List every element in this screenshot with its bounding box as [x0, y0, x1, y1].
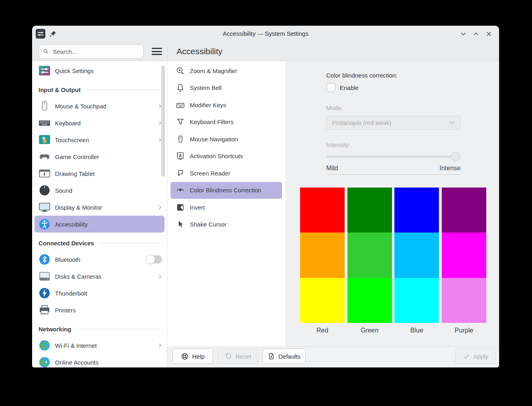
menu-icon[interactable]: [152, 48, 162, 55]
color-swatch: [300, 188, 345, 233]
sidebar-scrollbar[interactable]: [161, 65, 165, 177]
minimize-button[interactable]: [460, 31, 467, 37]
page-title: Accessibility: [177, 42, 222, 61]
titlebar: Accessibility — System Settings: [32, 26, 499, 42]
sidebar-item-display-monitor[interactable]: Display & Monitor: [32, 199, 167, 216]
sidebar-item-accessibility[interactable]: Accessibility: [35, 216, 164, 233]
toolbar-separator: [167, 44, 168, 59]
sidebar-item-sound[interactable]: Sound: [32, 182, 167, 199]
drawing-tablet-icon: [39, 167, 51, 180]
sidebar-item-quick-settings[interactable]: Quick Settings: [32, 62, 167, 79]
settings-panel: Color blindness correction: Enable Mode:…: [286, 61, 499, 347]
help-icon: [181, 353, 189, 360]
thunderbolt-icon: [39, 287, 51, 299]
defaults-button[interactable]: Defaults: [262, 349, 306, 364]
bell-icon: [175, 83, 185, 93]
swatch-column-green: Green: [347, 188, 392, 334]
list-item-zoom-magnifier[interactable]: Zoom & Magnifier: [167, 62, 285, 80]
color-swatch: [442, 188, 486, 233]
help-button[interactable]: Help: [173, 349, 213, 364]
display-icon: [39, 201, 51, 213]
printer-icon: [39, 304, 51, 316]
slider-track: [326, 155, 461, 158]
quick-settings-icon: [39, 65, 51, 77]
list-item-invert[interactable]: Invert: [167, 199, 285, 216]
intensity-label: Intensity:: [326, 141, 350, 148]
mode-dropdown[interactable]: Protanopia (red weak): [326, 116, 461, 130]
shortcut-icon: A: [175, 151, 185, 161]
sidebar-item-printers[interactable]: Printers: [32, 302, 167, 318]
color-swatch: [394, 188, 439, 233]
slider-max-label: Intense: [440, 165, 461, 172]
mode-value: Protanopia (red weak): [332, 119, 449, 126]
list-item-activation-shortcuts[interactable]: A Activation Shortcuts: [167, 148, 285, 165]
swatch-column-purple: Purple: [442, 188, 486, 334]
search-box[interactable]: [39, 44, 144, 59]
list-item-modifier-keys[interactable]: Modifier Keys: [167, 96, 285, 114]
sidebar-item-touchscreen[interactable]: Touchscreen: [32, 131, 167, 148]
sidebar-item-drawing-tablet[interactable]: Drawing Tablet: [32, 165, 167, 182]
touchscreen-icon: [39, 134, 51, 146]
header-band: Accessibility — System Settings Accessib…: [32, 26, 499, 61]
close-button[interactable]: [485, 31, 492, 37]
color-swatch: [442, 278, 486, 323]
section-header-networking: Networking: [32, 322, 167, 335]
list-item-screen-reader[interactable]: Screen Reader: [167, 165, 285, 182]
color-swatch: [394, 233, 439, 277]
sidebar-item-keyboard[interactable]: Keyboard: [32, 114, 167, 131]
chevron-right-icon: [158, 343, 162, 349]
disk-drive-icon: [39, 270, 51, 282]
slider-handle[interactable]: [451, 152, 461, 161]
list-item-shake-cursor[interactable]: Shake Cursor: [167, 216, 285, 233]
footer-bar: Help Reset Defaults Apply: [167, 347, 499, 367]
mouse-icon: [175, 134, 185, 144]
sidebar: Quick Settings Input & Output Mouse & To…: [32, 61, 167, 367]
swatch-label: Red: [300, 327, 345, 334]
sidebar-item-disks-cameras[interactable]: Disks & Cameras: [32, 268, 167, 285]
list-item-keyboard-filters[interactable]: Keyboard Filters: [167, 114, 285, 131]
check-icon: [463, 353, 470, 360]
color-swatch: [347, 278, 392, 323]
globe-icon: [39, 339, 51, 351]
mode-label: Mode:: [326, 104, 343, 111]
window-title: Accessibility — System Settings: [32, 26, 499, 42]
sidebar-item-mouse-touchpad[interactable]: Mouse & Touchpad: [32, 98, 167, 114]
enable-checkbox[interactable]: [327, 83, 335, 92]
svg-text:A: A: [179, 154, 181, 158]
swatch-label: Purple: [442, 327, 486, 334]
maximize-button[interactable]: [473, 31, 479, 37]
list-item-mouse-navigation[interactable]: Mouse Navigation: [167, 131, 285, 148]
chevron-right-icon: [158, 273, 162, 280]
reset-button[interactable]: Reset: [217, 349, 258, 364]
keyboard-icon: [39, 117, 51, 129]
swatch-label: Green: [347, 327, 392, 334]
bluetooth-icon: [39, 253, 51, 265]
game-controller-icon: [39, 151, 51, 163]
eye-icon: [175, 186, 185, 195]
section-header-input-output: Input & Output: [32, 83, 167, 96]
sidebar-item-wifi-internet[interactable]: Wi-Fi & Internet: [32, 337, 167, 354]
intensity-slider[interactable]: [326, 151, 461, 163]
funnel-icon: [175, 117, 185, 127]
list-item-color-blindness-correction[interactable]: Color Blindness Correction: [171, 182, 282, 199]
mouse-icon: [39, 100, 51, 112]
color-swatch: [442, 233, 486, 277]
sidebar-item-thunderbolt[interactable]: Thunderbolt: [32, 285, 167, 302]
sidebar-item-game-controller[interactable]: Game Controller: [32, 148, 167, 165]
color-swatch: [394, 278, 439, 323]
screen-reader-icon: [175, 168, 185, 178]
swatch-column-blue: Blue: [394, 188, 439, 334]
enable-row[interactable]: Enable: [327, 83, 359, 92]
chevron-down-icon: [449, 121, 455, 124]
sidebar-item-online-accounts[interactable]: Online Accounts: [32, 354, 167, 367]
color-swatch: [347, 233, 392, 277]
search-input[interactable]: [52, 48, 139, 55]
divider: [326, 174, 461, 175]
apply-button[interactable]: Apply: [455, 349, 496, 364]
bluetooth-toggle[interactable]: [147, 255, 162, 263]
subpage-list: Zoom & Magnifier System Bell Modifier Ke…: [167, 61, 286, 347]
color-swatch: [347, 188, 392, 233]
list-item-system-bell[interactable]: System Bell: [167, 80, 285, 97]
sidebar-item-bluetooth[interactable]: Bluetooth: [32, 251, 167, 268]
reset-icon: [225, 353, 232, 360]
